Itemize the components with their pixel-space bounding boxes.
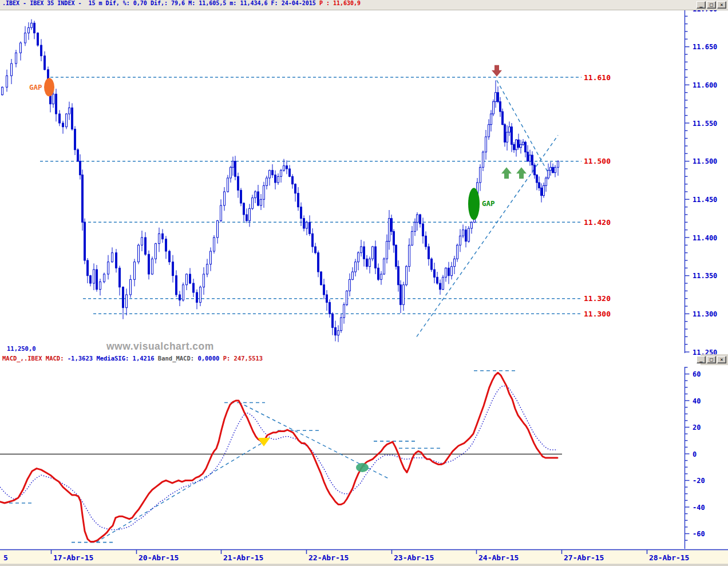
candle-body (532, 155, 533, 165)
title-segment: P : 11,630,9 (319, 0, 361, 6)
candle-body (243, 203, 245, 215)
candle-body (534, 165, 536, 175)
candle-body (232, 161, 234, 168)
minimize-icon[interactable]: _ (697, 356, 706, 363)
gap-label: GAP (29, 83, 42, 92)
candle-body (227, 178, 229, 192)
candle-body (378, 268, 379, 279)
candle-body (332, 314, 334, 327)
candle-body (66, 114, 68, 127)
candle-body (298, 193, 299, 207)
candle-body (525, 142, 527, 152)
candle-body (141, 238, 143, 245)
candle-body (31, 23, 33, 27)
candle-body (516, 140, 517, 149)
macd-axis-label: -20 (693, 477, 705, 485)
candle-body (235, 161, 236, 177)
candle-body (321, 272, 322, 285)
candle-body (176, 276, 177, 295)
candle-body (306, 222, 308, 228)
maximize-icon[interactable]: □ (707, 1, 716, 9)
candle-body (341, 318, 342, 331)
candle-body (266, 178, 268, 185)
candle-body (318, 253, 319, 272)
candle-body (179, 295, 181, 300)
candle-body (249, 208, 251, 220)
candle-body (6, 76, 8, 87)
candle-body (403, 285, 405, 305)
candle-body (550, 167, 552, 170)
level-label: 11.300 (584, 310, 611, 318)
candle-body (548, 171, 549, 178)
price-axis-label: 11.550 (693, 120, 717, 128)
title-segment: MACD_,.IBEX MACD: (2, 355, 68, 362)
candle-body (409, 245, 410, 266)
candle-body (165, 239, 167, 251)
candle-body (471, 222, 473, 228)
date-label: 17-Abr-15 (53, 553, 93, 562)
macd-window-controls: _ □ ✕ (697, 356, 726, 363)
candle-body (440, 283, 441, 290)
candle-body (527, 152, 529, 161)
candle-body (557, 161, 559, 168)
candle-body (240, 190, 242, 203)
candle-body (434, 270, 436, 277)
candle-body (217, 221, 219, 238)
candle-body (536, 175, 538, 183)
candle-body (485, 137, 487, 152)
candle-body (555, 167, 556, 172)
candle-body (361, 247, 362, 253)
candle-body (112, 253, 113, 262)
candle-body (292, 176, 294, 184)
title-segment: MediaSIG: 1,4216 (96, 355, 157, 362)
candle-body (278, 176, 279, 183)
candle-body (77, 150, 79, 161)
candle-body (437, 277, 438, 283)
minimize-icon[interactable]: _ (697, 1, 706, 9)
date-label: 22-Abr-15 (308, 553, 349, 562)
date-label: 20-Abr-15 (139, 553, 179, 562)
macd-axis-label: 60 (693, 370, 701, 378)
candle-body (389, 219, 390, 242)
candle-body (428, 247, 430, 259)
candle-body (451, 267, 453, 276)
candle-body (425, 236, 427, 247)
candle-body (300, 207, 302, 219)
candle-body (224, 192, 225, 205)
date-label: 21-Abr-15 (223, 553, 263, 562)
candle-body (460, 236, 461, 245)
candle-body (41, 45, 42, 56)
candle-body (420, 215, 421, 224)
candle-body (493, 102, 494, 114)
candle-body (87, 260, 89, 276)
watermark: www.visualchart.com (106, 341, 214, 352)
candle-body (275, 175, 276, 183)
macd-axis-label: 40 (693, 397, 701, 405)
maximize-icon[interactable]: □ (707, 356, 716, 363)
main-titlebar: .IBEX - IBEX 35 INDEX - 15 m Dif, %: 0,7… (0, 0, 728, 10)
candle-body (312, 233, 314, 247)
candle-body (468, 228, 470, 242)
candle-body (258, 192, 259, 205)
close-icon[interactable]: ✕ (717, 1, 726, 9)
price-axis-label: 11.500 (693, 157, 717, 165)
candle-body (315, 247, 316, 253)
date-label: 23-Abr-15 (394, 553, 434, 562)
candle-body (138, 245, 140, 262)
macd-axis-label: 0 (693, 450, 697, 458)
candle-body (213, 238, 215, 251)
candle-body (352, 272, 354, 279)
candle-body (84, 222, 86, 260)
price-axis-label: 11.350 (693, 272, 717, 280)
candle-body (169, 251, 171, 262)
macd-axis-label: -40 (693, 504, 705, 512)
candle-body (260, 199, 262, 205)
cross-marker-ellipse (356, 463, 369, 472)
candle-body (162, 233, 164, 239)
candle-body (518, 140, 520, 147)
close-icon[interactable]: ✕ (717, 356, 726, 363)
candle-body (462, 230, 464, 236)
candle-body (326, 295, 328, 302)
level-label: 11.500 (584, 157, 611, 165)
candle-body (343, 304, 345, 318)
